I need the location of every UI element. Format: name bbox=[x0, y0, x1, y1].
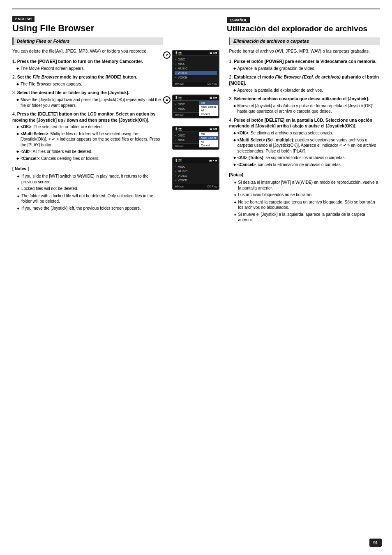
screen-4-footer: ⊕Move OK Play bbox=[173, 184, 219, 189]
page-container: ENGLISH Using File Browser ESPAÑOL Utili… bbox=[0, 0, 392, 555]
left-subhead-container: Deleting Files or Folders bbox=[12, 37, 167, 45]
right-note-4: ✦ Si mueve el [Joystick] a la izquierda,… bbox=[233, 212, 380, 223]
right-step-4-bullet-4: ◆ <Cancel>: cancela la eliminación de ar… bbox=[233, 162, 380, 168]
screen-2-header: 🔋📷 ▣ N■ bbox=[173, 95, 219, 101]
screen-2-container: 4 🔋📷 ▣ N■ ▪ DISC ▪ MISC bbox=[172, 95, 219, 118]
right-note-1: ✦ Si desliza el interruptor [W/T] a W(WI… bbox=[233, 180, 380, 191]
screen3-menu-all: All bbox=[199, 140, 218, 143]
left-step-4-bullet-1: ◆ <OK>: The selected file or folder are … bbox=[16, 124, 163, 130]
screen-4: 🔋📷 ⏮ ▶ ■ ▪ MISC ▪ MUSIC ▪ VIDEO bbox=[172, 157, 219, 190]
step-4-circle: 4 bbox=[163, 96, 171, 104]
right-subhead-container: Eliminación de archivos o carpetas bbox=[225, 37, 380, 45]
screen3-menu-multi: Multi Select bbox=[199, 136, 218, 140]
right-step-2-bullet-1: ◆ Aparece la pantalla del explorador de … bbox=[233, 88, 380, 93]
right-step-1: 1. Pulse el botón [POWER] para encender … bbox=[229, 58, 380, 71]
right-step-3-bullet-1: ◆ Mueva el [Joystick] arriba/abajo y pul… bbox=[233, 103, 380, 114]
screen-1-row-music: ▪ MUSIC bbox=[175, 66, 217, 71]
right-step-4-bullet-2: ◆ <Multi Select> (Sel. múltiple): pueden… bbox=[233, 137, 380, 154]
right-step-3: 3. Seleccione el archivo o carpeta que d… bbox=[229, 96, 380, 114]
left-text-column: You can delete the file(AVI, JPEG, MP3, … bbox=[12, 48, 167, 211]
left-note-3: ✦ The folder with a locked file will not… bbox=[16, 193, 163, 204]
right-step-1-bullet-1: ◆ Aparece la pantalla de grabación de ví… bbox=[233, 66, 380, 72]
main-layout: You can delete the file(AVI, JPEG, MP3, … bbox=[12, 48, 380, 222]
left-step-2: 2. Set the File Browser mode by pressing… bbox=[12, 74, 163, 87]
right-note-3: ✦ No se borrará la carpeta que tenga un … bbox=[233, 199, 380, 210]
right-step-4-bullet-3: ◆ <All> (Todos): se suprimirán todos los… bbox=[233, 155, 380, 161]
left-subhead: Deleting Files or Folders bbox=[12, 37, 163, 45]
screen-4-row-video: ▪ VIDEO bbox=[175, 173, 217, 178]
screen-2: 🔋📷 ▣ N■ ▪ DISC ▪ MISC bbox=[172, 95, 219, 118]
left-step-4-bullet-2: ◆ <Multi Select>: Multiple files or fold… bbox=[16, 131, 163, 148]
left-step-1-bullet-1: ◆ The Movie Record screen appears. bbox=[16, 66, 163, 72]
left-intro: You can delete the file(AVI, JPEG, MP3, … bbox=[12, 48, 163, 54]
screen-1-row-disc: ▪ DISC bbox=[175, 57, 217, 62]
top-line-2 bbox=[12, 9, 380, 10]
screen-4-body: ▪ MISC ▪ MUSIC ▪ VIDEO ▪ VOICE bbox=[173, 163, 219, 184]
screen-3: 🔋📷 ▣ N■ ▪ DISC ▪ MISC bbox=[172, 126, 219, 150]
screen-1-footer: ⊕Move OK Play bbox=[173, 81, 219, 86]
screen-1-container: 2 🔋📷 ▣ N■ ▪ DISC ▪ MISC ▪ bbox=[172, 50, 219, 87]
screen-4-container: 🔋📷 ⏮ ▶ ■ ▪ MISC ▪ MUSIC ▪ VIDEO bbox=[172, 157, 219, 190]
right-subhead: Eliminación de archivos o carpetas bbox=[229, 37, 380, 45]
screen-4-row-misc: ▪ MISC bbox=[175, 164, 217, 169]
right-notes: [Notas] ✦ Si desliza el interruptor [W/T… bbox=[229, 172, 380, 223]
left-title: Using File Browser bbox=[12, 23, 165, 33]
center-spacer-subhead bbox=[167, 37, 225, 45]
screen-3-container: 🔋📷 ▣ N■ ▪ DISC ▪ MISC bbox=[172, 126, 219, 150]
left-step-4-bullet-4: ◆ <Cancel>: Cancels deleting files or fo… bbox=[16, 156, 163, 162]
right-step-4: 4. Pulse el botón [DELETE] en la pantall… bbox=[229, 117, 380, 167]
screen3-menu-cancel: Cancel bbox=[199, 143, 218, 147]
screen-3-body: ▪ DISC ▪ MISC OK Multi Select All Cancel bbox=[173, 132, 219, 143]
menu-ok: OK bbox=[199, 101, 218, 105]
left-notes: [ Notes ] ✦ If you slide the [W/T] switc… bbox=[12, 166, 163, 211]
screen-3-header: 🔋📷 ▣ N■ bbox=[173, 127, 219, 132]
right-intro: Puede borrar el archivo (AVI, JPEG, MP3,… bbox=[229, 48, 380, 54]
screen-2-body: ▪ DISC ▪ MISC OK Multi Select All Cancel bbox=[173, 101, 219, 112]
left-step-4-bullet-3: ◆ <All>: All files or folders will be de… bbox=[16, 149, 163, 155]
espanol-badge: ESPAÑOL bbox=[227, 17, 250, 23]
screen-1-row-misc: ▪ MISC bbox=[175, 62, 217, 66]
left-notes-label: [ Notes ] bbox=[12, 166, 163, 172]
left-step-2-bullet-1: ◆ The File Browser screen appears. bbox=[16, 81, 163, 87]
right-notes-label: [Notas] bbox=[229, 172, 380, 178]
step-2-circle: 2 bbox=[163, 51, 171, 59]
left-step-3-bullet-1: ◆ Move the [Joystick] up/down and press … bbox=[16, 97, 163, 108]
left-note-2: ✦ Locked files will not be deleted. bbox=[16, 186, 163, 192]
top-line-1 bbox=[12, 8, 380, 9]
right-note-2: ✦ Los archivos bloqueados no se borrarán bbox=[233, 192, 380, 198]
right-text-column: Puede borrar el archivo (AVI, JPEG, MP3,… bbox=[225, 48, 380, 222]
screen-3-menu: OK Multi Select All Cancel bbox=[199, 132, 219, 148]
right-header: ESPAÑOL Utilización del explorador de ar… bbox=[169, 17, 380, 33]
left-note-1: ✦ If you slide the [W/T] switch to W(WID… bbox=[16, 173, 163, 185]
screen3-menu-ok: OK bbox=[199, 132, 218, 136]
screen-1-row-voice: ▪ VOICE bbox=[175, 75, 217, 80]
left-step-1: 1. Press the [POWER] button to turn on t… bbox=[12, 58, 163, 71]
right-step-4-bullet-1: ◆ <OK>: Se elimina el archivo o carpeta … bbox=[233, 130, 380, 136]
screen-4-row-voice: ▪ VOICE bbox=[175, 178, 217, 183]
menu-all: All bbox=[199, 109, 218, 112]
right-step-2: 2. Establezca el modo File Browser (Expl… bbox=[229, 74, 380, 93]
screen-1: 🔋📷 ▣ N■ ▪ DISC ▪ MISC ▪ MUSIC bbox=[172, 50, 219, 87]
left-header: ENGLISH Using File Browser bbox=[12, 16, 169, 33]
screen-4-header: 🔋📷 ⏮ ▶ ■ bbox=[173, 158, 219, 163]
screen-1-body: ▪ DISC ▪ MISC ▪ MUSIC ▪ VIDEO ▪ VOICE bbox=[173, 56, 219, 81]
page-number: 91 bbox=[369, 539, 382, 547]
left-step-3: 3. Select the desired file or folder by … bbox=[12, 90, 163, 108]
center-screenshots-column: 2 🔋📷 ▣ N■ ▪ DISC ▪ MISC ▪ bbox=[167, 48, 225, 193]
english-badge: ENGLISH bbox=[12, 16, 35, 22]
menu-cancel: Cancel bbox=[199, 112, 218, 116]
right-title: Utilización del explorador de archivos bbox=[227, 24, 380, 33]
menu-multi: Multi Select bbox=[199, 105, 218, 109]
screen-4-row-music: ▪ MUSIC bbox=[175, 169, 217, 173]
left-note-4: ✦ If you move the [Joystick] left, the p… bbox=[16, 206, 163, 212]
screen-1-header: 🔋📷 ▣ N■ bbox=[173, 51, 219, 56]
screen-1-row-video: ▪ VIDEO bbox=[175, 71, 217, 75]
screen-2-menu: OK Multi Select All Cancel bbox=[199, 101, 219, 116]
left-step-4: 4. Press the [DELETE] button on the LCD … bbox=[12, 111, 163, 161]
